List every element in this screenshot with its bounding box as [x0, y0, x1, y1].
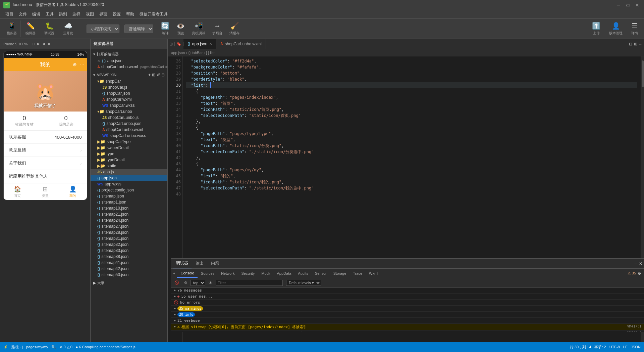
phone-nav-circle[interactable]: ⊕ [73, 62, 77, 67]
file-app-js[interactable]: JS app.js [91, 169, 167, 175]
statusbar-path-value[interactable]: pages/my/my [26, 345, 48, 349]
phone-menu-support[interactable]: 联系客服 400-618-4000 [4, 131, 87, 144]
open-file-app-json[interactable]: ✕ { } app.json [91, 58, 167, 64]
menu-view[interactable]: 视图 [83, 10, 97, 18]
phone-control-play[interactable]: ▶ [37, 42, 40, 46]
menu-select[interactable]: 选择 [70, 10, 83, 18]
phone-control-stop[interactable]: ■ [48, 42, 50, 46]
file-project-config[interactable]: {} project.config.json [91, 187, 167, 193]
mp-weixin-header[interactable]: ▾ MP-WEIXIN + ⊞ ↺ ⊟ [91, 72, 167, 78]
menu-settings[interactable]: 设置 [110, 10, 123, 18]
file-shopcar-wxml[interactable]: A shopCar.wxml [91, 96, 167, 102]
tab-shopcarlunbo-wxml[interactable]: A shopCarLunbo.wxml [216, 39, 266, 49]
console-tab-mock[interactable]: Mock [258, 269, 273, 278]
console-tab-security[interactable]: Security [238, 269, 258, 278]
expand-icon-5[interactable]: ▶ [174, 318, 176, 322]
devtools-minimize-icon[interactable]: ─ [634, 261, 637, 266]
expand-editor-icon[interactable]: ⊞ [634, 42, 637, 46]
file-shopcarlunbo-js[interactable]: JS shopCarLunbo.js [91, 115, 167, 121]
phone-recommend-item[interactable]: 把应用推荐给其他人 [4, 170, 87, 183]
devtools-tab-output[interactable]: 输出 [192, 259, 207, 268]
simulator-icon[interactable]: 📱 [8, 22, 16, 30]
log-level-select[interactable]: Default levels ▾ [286, 280, 321, 286]
file-sitemap31[interactable]: {} sitemap31.json [91, 235, 167, 241]
expand-icon-3[interactable]: ▶ [174, 306, 176, 310]
detail-icon[interactable]: ☰ [632, 22, 638, 30]
tab-close-icon[interactable]: ✕ [209, 42, 212, 46]
console-tab-appdata[interactable]: AppData [274, 269, 295, 278]
expand-icon-1[interactable]: ▶ [174, 288, 176, 292]
phone-tab-home[interactable]: 🏠 首页 [4, 183, 32, 200]
file-sitemap27[interactable]: {} sitemap27.json [91, 223, 167, 229]
new-file-icon[interactable]: + [148, 73, 151, 77]
file-shopcar-js[interactable]: JS shopCar.js [91, 84, 167, 90]
clear-cache-icon[interactable]: 🧹 [230, 22, 239, 30]
split-editor-icon[interactable]: ⊟ [629, 42, 632, 46]
new-folder-icon[interactable]: ⊞ [152, 73, 155, 77]
console-file-ref-1[interactable]: VM417:1 [627, 324, 641, 328]
open-editors-header[interactable]: ▾ 打开的编辑器 [91, 51, 167, 58]
file-sitemap32[interactable]: {} sitemap32.json [91, 241, 167, 248]
console-eye-icon[interactable]: 👁 [207, 280, 214, 285]
file-sitemap21[interactable]: {} sitemap21.json [91, 211, 167, 217]
expand-icon-w1[interactable]: ▶ [174, 324, 176, 328]
console-tab-sources[interactable]: Sources [198, 269, 218, 278]
menu-goto[interactable]: 跳到 [56, 10, 70, 18]
console-filter-input[interactable] [216, 280, 283, 286]
open-file-shopcar-wxml[interactable]: A shopCarLunbo.wxml pages/shopCarLunbo [91, 64, 167, 70]
file-sitemap41[interactable]: {} sitemap41.json [91, 260, 167, 266]
file-shopcarlunbo-wxss[interactable]: WS shopCarLunbo.wxss [91, 133, 167, 139]
phone-orientation-icon[interactable]: □ [32, 42, 35, 46]
file-sitemap42[interactable]: {} sitemap42.json [91, 266, 167, 272]
expand-icon-4[interactable]: ▶ [174, 312, 176, 316]
editor-lock-icon[interactable]: 🔖 [175, 42, 183, 46]
refresh-icon[interactable]: ↺ [157, 73, 160, 77]
cloud-icon[interactable]: ☁️ [64, 22, 72, 30]
devtools-tab-debugger[interactable]: 调试器 [173, 259, 192, 268]
upload-icon[interactable]: ⬆️ [592, 22, 600, 30]
file-sitemap28[interactable]: {} sitemap28.json [91, 229, 167, 235]
menu-help[interactable]: 帮助 [123, 10, 137, 18]
phone-tab-my[interactable]: 👤 我的 [59, 183, 87, 200]
folder-shopcartype[interactable]: ▶📁 shopCarType [91, 139, 167, 145]
menu-interface[interactable]: 界面 [97, 10, 110, 18]
compile-icon[interactable]: 🔄 [161, 22, 169, 30]
editor-icon[interactable]: ✏️ [26, 22, 35, 30]
file-shopcarlunbo-json[interactable]: {} shopCarLunbo.json [91, 121, 167, 127]
file-sitemap10[interactable]: {} sitemap10.json [91, 205, 167, 211]
top-frame-select[interactable]: top [191, 280, 205, 286]
console-tab-network[interactable]: Network [218, 269, 238, 278]
debugger-icon[interactable]: 🐛 [45, 22, 54, 30]
file-sitemap[interactable]: {} sitemap.json [91, 193, 167, 199]
file-shopcarlunbo-wxml[interactable]: A shopCarLunbo.wxml [91, 127, 167, 133]
console-tab-sensor[interactable]: Sensor [312, 269, 330, 278]
more-editor-icon[interactable]: ··· [639, 42, 642, 46]
maximize-button[interactable]: ▭ [625, 2, 631, 8]
close-file-icon[interactable]: ✕ [97, 59, 100, 63]
folder-shopcar[interactable]: ▾📁 shopCar [91, 78, 167, 84]
phone-menu-about[interactable]: 关于我们 › [4, 157, 87, 170]
phone-menu-feedback[interactable]: 意见反馈 › [4, 144, 87, 157]
console-tab-trace[interactable]: Trace [350, 269, 366, 278]
file-sitemap33[interactable]: {} sitemap33.json [91, 248, 167, 254]
menu-project[interactable]: 项目 [3, 10, 16, 18]
info-expand-1[interactable]: ▼ [174, 331, 176, 332]
file-sitemap50[interactable]: {} sitemap50.json [91, 272, 167, 278]
phone-tab-type[interactable]: ⊞ 类型 [31, 183, 59, 200]
devtools-new-tab-icon[interactable]: + [171, 271, 177, 275]
file-app-json[interactable]: {} app.json [91, 175, 167, 181]
outline-header[interactable]: ▶ 大纲 [91, 279, 167, 287]
menu-wechat-dev[interactable]: 微信开发者工具 [137, 10, 170, 18]
compile-mode-select[interactable]: 小程序模式 [87, 25, 119, 33]
minimize-button[interactable]: ─ [615, 2, 622, 8]
folder-shopcarLunbo[interactable]: ▾📁 shopCarLunbo [91, 108, 167, 115]
console-tab-console[interactable]: Console [177, 269, 197, 278]
folder-type[interactable]: ▶📁 type [91, 151, 167, 157]
close-button[interactable]: ✕ [634, 2, 641, 8]
switch-bg-icon[interactable]: ↔️ [214, 22, 221, 30]
file-shopcar-wxss[interactable]: WS shopCar.wxss [91, 102, 167, 108]
console-settings-icon[interactable]: ⚙ [638, 271, 641, 276]
devtools-close-btn[interactable]: ✕ [639, 261, 642, 266]
devtools-tab-problems[interactable]: 问题 [208, 259, 222, 268]
folder-static[interactable]: ▶📂 static [91, 163, 167, 169]
